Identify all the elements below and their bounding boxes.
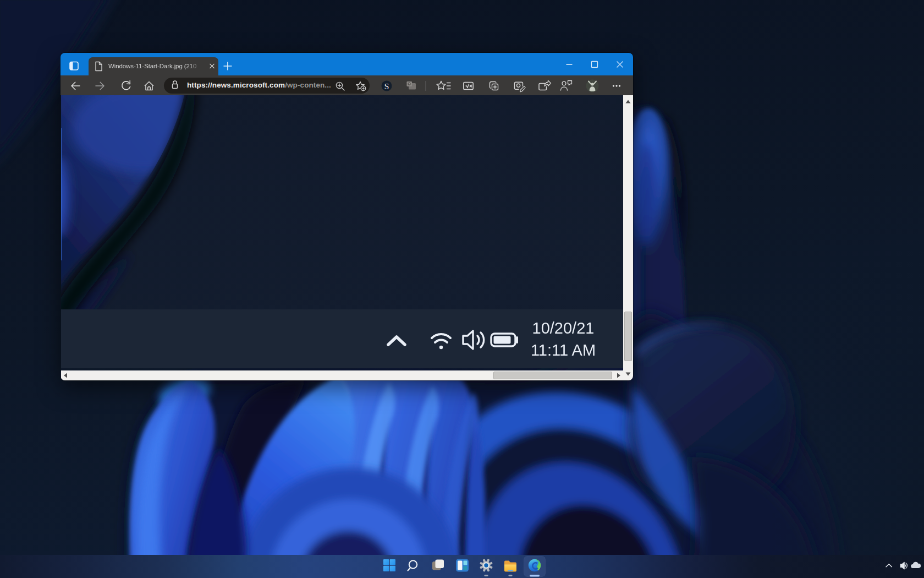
svg-text:S: S — [384, 81, 389, 91]
